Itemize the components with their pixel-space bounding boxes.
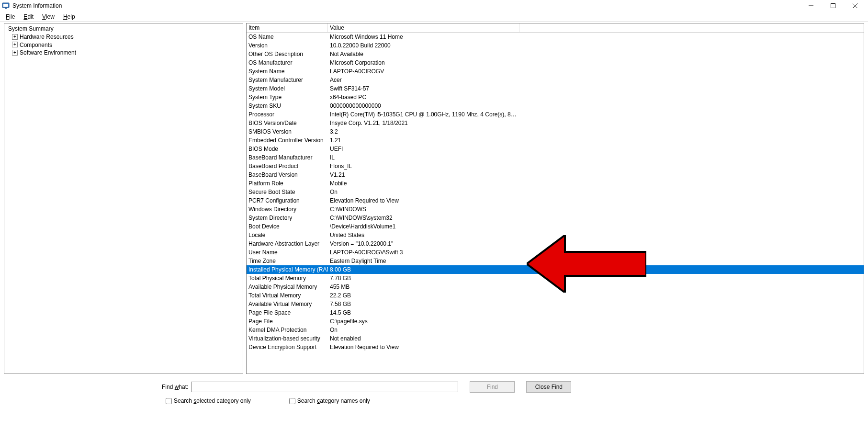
- menu-help[interactable]: Help: [59, 12, 79, 21]
- tree-expander-icon[interactable]: +: [12, 34, 18, 40]
- detail-item-value: Microsoft Windows 11 Home: [328, 33, 519, 41]
- detail-item-name: Total Physical Memory: [247, 274, 328, 283]
- detail-item-value: IL: [328, 153, 519, 162]
- detail-row[interactable]: Embedded Controller Version1.21: [247, 136, 864, 145]
- menu-file[interactable]: File: [2, 12, 19, 21]
- column-header-item[interactable]: Item: [247, 23, 328, 32]
- tree-expander-icon[interactable]: +: [12, 42, 18, 47]
- detail-row[interactable]: Total Physical Memory7.78 GB: [247, 274, 864, 283]
- detail-item-name: BaseBoard Manufacturer: [247, 153, 328, 162]
- checkbox-selected-category-input[interactable]: [166, 398, 172, 404]
- details-list[interactable]: OS NameMicrosoft Windows 11 HomeVersion1…: [247, 33, 864, 374]
- detail-item-value: C:\WINDOWS: [328, 205, 519, 214]
- close-button[interactable]: [844, 0, 866, 11]
- detail-item-value: Version = "10.0.22000.1": [328, 239, 519, 248]
- detail-item-value: 0000000000000000: [328, 102, 519, 110]
- detail-row[interactable]: Available Physical Memory455 MB: [247, 283, 864, 291]
- detail-item-value: Insyde Corp. V1.21, 1/18/2021: [328, 119, 519, 127]
- detail-row[interactable]: BaseBoard VersionV1.21: [247, 170, 864, 179]
- svg-rect-1: [3, 4, 8, 7]
- detail-row[interactable]: Platform RoleMobile: [247, 179, 864, 188]
- detail-row[interactable]: System ManufacturerAcer: [247, 76, 864, 84]
- detail-item-value: 3.2: [328, 127, 519, 136]
- detail-row[interactable]: Device Encryption SupportElevation Requi…: [247, 343, 864, 351]
- detail-row[interactable]: Boot Device\Device\HarddiskVolume1: [247, 222, 864, 231]
- detail-row[interactable]: PCR7 ConfigurationElevation Required to …: [247, 196, 864, 205]
- detail-row[interactable]: System DirectoryC:\WINDOWS\system32: [247, 214, 864, 222]
- detail-item-name: System Manufacturer: [247, 76, 328, 84]
- detail-row[interactable]: Hardware Abstraction LayerVersion = "10.…: [247, 239, 864, 248]
- detail-item-name: System SKU: [247, 102, 328, 110]
- find-button[interactable]: Find: [470, 381, 515, 393]
- tree-item[interactable]: +Components: [4, 41, 243, 49]
- detail-item-name: Locale: [247, 231, 328, 239]
- detail-row[interactable]: BaseBoard ManufacturerIL: [247, 153, 864, 162]
- detail-item-name: BIOS Mode: [247, 145, 328, 153]
- detail-row[interactable]: Installed Physical Memory (RAM)8.00 GB: [247, 265, 864, 274]
- detail-row[interactable]: Total Virtual Memory22.2 GB: [247, 291, 864, 300]
- detail-row[interactable]: SMBIOS Version3.2: [247, 127, 864, 136]
- detail-row[interactable]: Version10.0.22000 Build 22000: [247, 41, 864, 50]
- menu-edit[interactable]: Edit: [20, 12, 37, 21]
- detail-row[interactable]: Kernel DMA ProtectionOn: [247, 326, 864, 334]
- checkbox-category-names-input[interactable]: [289, 398, 295, 404]
- detail-row[interactable]: Windows DirectoryC:\WINDOWS: [247, 205, 864, 214]
- detail-item-value: 7.58 GB: [328, 300, 519, 308]
- find-input[interactable]: [191, 382, 458, 392]
- content-area: System Summary +Hardware Resources+Compo…: [4, 23, 864, 374]
- detail-row[interactable]: System ModelSwift SF314-57: [247, 84, 864, 93]
- detail-row[interactable]: BIOS ModeUEFI: [247, 145, 864, 153]
- tree-root[interactable]: System Summary: [4, 24, 243, 33]
- find-label: Find what:: [162, 384, 188, 390]
- detail-item-value: Intel(R) Core(TM) i5-1035G1 CPU @ 1.00GH…: [328, 110, 519, 119]
- detail-item-value: Elevation Required to View: [328, 343, 519, 351]
- navigation-tree[interactable]: System Summary +Hardware Resources+Compo…: [4, 23, 243, 374]
- detail-row[interactable]: BIOS Version/DateInsyde Corp. V1.21, 1/1…: [247, 119, 864, 127]
- checkbox-category-names[interactable]: Search category names only: [289, 397, 370, 404]
- tree-item-label: Hardware Resources: [20, 34, 74, 40]
- checkbox-selected-category[interactable]: Search selected category only: [166, 397, 251, 404]
- tree-expander-icon[interactable]: +: [12, 50, 18, 56]
- minimize-button[interactable]: [800, 0, 822, 11]
- detail-item-name: OS Manufacturer: [247, 58, 328, 67]
- detail-row[interactable]: OS NameMicrosoft Windows 11 Home: [247, 33, 864, 41]
- window-controls: [800, 0, 866, 11]
- detail-row[interactable]: OS ManufacturerMicrosoft Corporation: [247, 58, 864, 67]
- detail-item-value: Elevation Required to View: [328, 196, 519, 205]
- detail-row[interactable]: System Typex64-based PC: [247, 93, 864, 102]
- detail-item-value: V1.21: [328, 170, 519, 179]
- detail-item-name: System Directory: [247, 214, 328, 222]
- detail-row[interactable]: Page FileC:\pagefile.sys: [247, 317, 864, 326]
- tree-item[interactable]: +Hardware Resources: [4, 33, 243, 41]
- tree-item-label: Software Environment: [20, 49, 76, 56]
- detail-row[interactable]: Secure Boot StateOn: [247, 188, 864, 196]
- detail-row[interactable]: Page File Space14.5 GB: [247, 308, 864, 317]
- detail-item-name: Hardware Abstraction Layer: [247, 239, 328, 248]
- detail-item-value: LAPTOP-A0CIROGV: [328, 67, 519, 76]
- detail-row[interactable]: Time ZoneEastern Daylight Time: [247, 257, 864, 265]
- detail-row[interactable]: BaseBoard ProductFloris_IL: [247, 162, 864, 170]
- detail-item-value: Floris_IL: [328, 162, 519, 170]
- detail-row[interactable]: System NameLAPTOP-A0CIROGV: [247, 67, 864, 76]
- detail-row[interactable]: Virtualization-based securityNot enabled: [247, 334, 864, 343]
- menu-view[interactable]: View: [38, 12, 58, 21]
- detail-item-name: System Type: [247, 93, 328, 102]
- tree-item[interactable]: +Software Environment: [4, 48, 243, 57]
- detail-item-value: 22.2 GB: [328, 291, 519, 300]
- column-header-value[interactable]: Value: [328, 23, 519, 32]
- detail-row[interactable]: Available Virtual Memory7.58 GB: [247, 300, 864, 308]
- detail-item-value: Not enabled: [328, 334, 519, 343]
- detail-item-value: Microsoft Corporation: [328, 58, 519, 67]
- detail-row[interactable]: ProcessorIntel(R) Core(TM) i5-1035G1 CPU…: [247, 110, 864, 119]
- detail-item-value: \Device\HarddiskVolume1: [328, 222, 519, 231]
- detail-row[interactable]: Other OS DescriptionNot Available: [247, 50, 864, 58]
- detail-row[interactable]: System SKU0000000000000000: [247, 102, 864, 110]
- detail-item-name: System Model: [247, 84, 328, 93]
- detail-item-name: Version: [247, 41, 328, 50]
- detail-item-name: BaseBoard Version: [247, 170, 328, 179]
- detail-row[interactable]: User NameLAPTOP-A0CIROGV\Swift 3: [247, 248, 864, 257]
- close-find-button[interactable]: Close Find: [526, 381, 571, 393]
- maximize-button[interactable]: [822, 0, 844, 11]
- detail-item-value: C:\WINDOWS\system32: [328, 214, 519, 222]
- detail-row[interactable]: LocaleUnited States: [247, 231, 864, 239]
